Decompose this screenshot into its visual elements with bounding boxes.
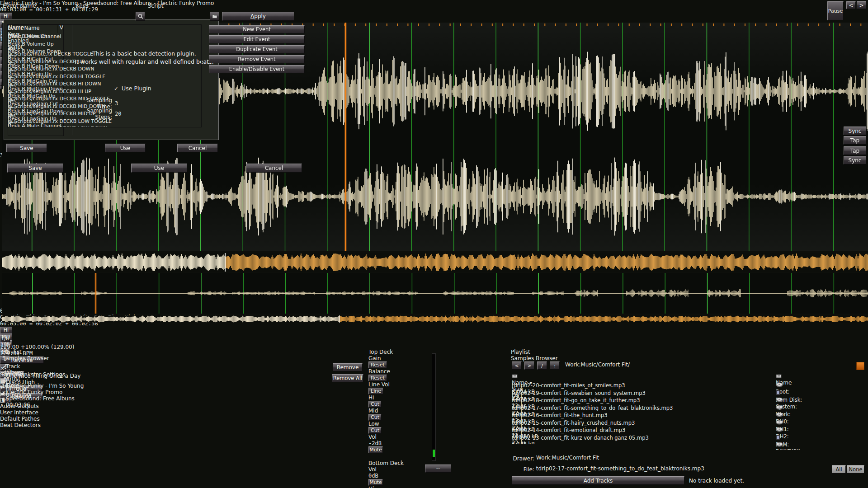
crossfader-handle[interactable]: -- [425, 465, 451, 473]
tab-samples-browser[interactable]: Samples Browser [2, 355, 363, 361]
apply-button[interactable]: Apply [222, 12, 294, 21]
volume-row[interactable]: RAWDISK: [776, 442, 864, 450]
editor-event-name-input[interactable] [3, 12, 74, 21]
mapping-save-button[interactable]: Save [7, 164, 63, 173]
settings-use-button[interactable]: Use [105, 144, 146, 152]
edit-event-button[interactable]: Edit Event [209, 35, 305, 43]
disk-icon [776, 412, 783, 417]
disk-icon [776, 397, 783, 402]
tab-playlist[interactable]: Playlist [511, 349, 865, 355]
volume-row[interactable]: DH2: [776, 427, 864, 435]
kill-hi-button[interactable]: Hi [0, 327, 12, 333]
file-row[interactable]: tdrlp02-18-comfort_fit-go_on_take_it_fur… [512, 397, 766, 405]
volume-slider[interactable]: -2dB [368, 440, 383, 446]
file-input[interactable]: tdrlp02-17-comfort_fit-something_to_do_f… [536, 465, 830, 474]
device-list-button[interactable]: : [550, 361, 560, 370]
event-row[interactable]: Deck B Volume Up9Yesrx Scripts/volume.rx… [8, 41, 201, 49]
next-track-button-b[interactable]: > [857, 1, 866, 9]
browser-toggle-button[interactable] [856, 362, 864, 370]
volume-slider-handle[interactable]: -2dB [368, 440, 383, 446]
editor-keys-label: Keys [76, 3, 135, 9]
detector-list-hscrollbar[interactable] [8, 131, 62, 136]
playlist-header-track[interactable]: Track [6, 363, 323, 370]
load-status-text: No track loaded yet. [689, 478, 744, 484]
volume-slider[interactable]: 0dB [368, 473, 383, 479]
hi-label: Hi [368, 486, 435, 488]
tap-button-a[interactable]: Tap [844, 136, 866, 145]
pause-button-b[interactable]: Pause [827, 1, 844, 20]
path-segment[interactable]: Work: [565, 361, 580, 371]
playlist-vertical-scrollbar[interactable] [325, 363, 330, 483]
hi-cut-button[interactable]: Cut [368, 401, 382, 408]
sync-button-b[interactable]: Sync [844, 156, 866, 164]
hi-label: Hi [368, 394, 429, 401]
loop-group-b: 1/81/41/21248163264 [0, 335, 868, 344]
loop-1-8-button[interactable]: 1/8 [0, 335, 10, 342]
file-row[interactable]: tdrlp02-16-comfort_fit-the_hunt.mp35.802… [512, 412, 766, 420]
file-row[interactable]: tdrlp02-20-comfort_fit-miles_of_smiles.m… [512, 382, 766, 390]
mapping-use-button[interactable]: Use [131, 164, 187, 173]
file-list-horizontal-scrollbar[interactable] [512, 445, 772, 450]
enable-disable-event-button[interactable]: Enable/Disable Event [209, 65, 305, 73]
file-row[interactable]: tdrlp02-15-comfort_fit-hairy_crushed_nut… [512, 420, 766, 427]
select-all-button[interactable]: All [832, 465, 846, 474]
playlist-row[interactable]: Electric Funky - I'm So YoungElectric Fu… [6, 383, 323, 393]
volume-row[interactable]: DH1: [776, 420, 864, 427]
playlist-cell: Electric Funky - I'm So Young [6, 383, 323, 389]
mid-label: Mid [368, 408, 429, 414]
remove-event-button[interactable]: Remove Event [209, 55, 305, 63]
sync-button-a[interactable]: Sync [844, 127, 866, 135]
editor-event-name-label: Event Name [3, 3, 74, 9]
drawer-icon [512, 373, 766, 380]
tab-playlist[interactable]: Playlist [2, 349, 363, 355]
event-header-event-name[interactable]: Event Name [8, 25, 201, 31]
file-row: File: tdrlp02-17-comfort_fit-something_t… [512, 465, 864, 474]
remove-all-button[interactable]: Remove All [332, 374, 363, 382]
volume-row[interactable]: RAM: [776, 435, 864, 442]
mute-button[interactable]: Mute [368, 446, 383, 453]
path-segment[interactable]: Music/ [580, 361, 598, 371]
tap-button-b[interactable]: Tap [844, 146, 866, 155]
event-row[interactable]: Deck B Mute Channel3Yesrx Scripts/mute.r… [8, 33, 201, 41]
event-table-scrollbar[interactable] [203, 24, 208, 127]
playlist-row[interactable]: One Nice Thing Once a DayDisco HighUltra… [6, 373, 323, 383]
balance-reset-button[interactable]: Reset [368, 375, 387, 381]
editor-keys-input[interactable] [76, 12, 135, 21]
tab-samples-browser[interactable]: Samples Browser [511, 355, 865, 361]
path-segment[interactable]: Comfort Fit/ [598, 361, 630, 371]
file-row[interactable]: tdrlp02-14-comfort_fit-emotional_draft.m… [512, 427, 766, 435]
mid-cut-button[interactable]: Cut [368, 414, 382, 421]
low-cut-button[interactable]: Cut [368, 427, 382, 434]
file-list-vertical-scrollbar[interactable] [767, 373, 772, 444]
file-row[interactable]: tdrlp02-13-comfort_fit-kurz vor danach g… [512, 435, 766, 442]
deck-b-overview-waveform[interactable] [2, 315, 868, 323]
new-event-button[interactable]: New Event [209, 25, 305, 33]
settings-save-button[interactable]: Save [6, 144, 47, 152]
add-tracks-button[interactable]: Add Tracks [512, 476, 684, 485]
prev-track-button-b[interactable]: < [846, 1, 856, 9]
drawer-input[interactable]: Work:Music/Comfort Fit [536, 455, 864, 463]
next-drawer-button[interactable]: > [524, 361, 534, 370]
duplicate-event-button[interactable]: Duplicate Event [209, 45, 305, 53]
root-button[interactable]: / [537, 361, 547, 370]
parent-drawer-button[interactable]: < [512, 361, 522, 370]
grab-key-button[interactable] [136, 12, 145, 21]
disk-icon [776, 405, 783, 410]
crossfader[interactable]: -- [370, 465, 507, 473]
remove-button[interactable]: Remove [333, 363, 363, 371]
volume-slider-handle[interactable]: 0dB [368, 473, 383, 479]
mute-button[interactable]: Mute [368, 479, 383, 486]
gain-reset-button[interactable]: Reset [368, 361, 387, 368]
file-row[interactable]: tdrlp02-17-comfort_fit-something_to_do_f… [512, 405, 766, 413]
settings-cancel-button[interactable]: Cancel [177, 144, 218, 152]
line-vol-line-button[interactable]: Line [368, 388, 383, 394]
path-breadcrumb[interactable]: Work:Music/Comfort Fit/ [565, 361, 630, 371]
editor-script-input[interactable] [148, 12, 209, 21]
mapping-cancel-button[interactable]: Cancel [246, 164, 302, 173]
select-none-button[interactable]: None [847, 465, 864, 474]
file-row[interactable]: tdrlp02-19-comfort_fit-swabian_sound_sys… [512, 390, 766, 398]
deck-b-waveform[interactable] [2, 273, 868, 314]
playlist-tabbar: PlaylistSamples Browser [2, 349, 363, 361]
deck-a-overview-waveform[interactable] [2, 253, 868, 272]
script-file-popup-button[interactable] [210, 12, 219, 21]
